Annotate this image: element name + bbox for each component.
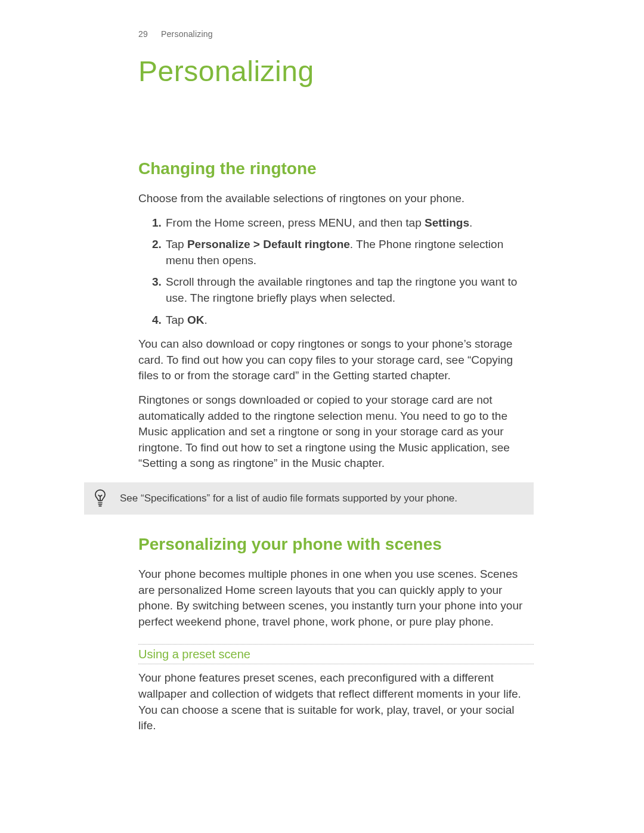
page-number: 29 bbox=[138, 29, 148, 39]
running-header-section: Personalizing bbox=[161, 29, 213, 39]
subsection-preset-scene: Using a preset scene bbox=[138, 644, 534, 664]
step-2-text-pre: Tap bbox=[166, 238, 187, 250]
step-1-bold: Settings bbox=[425, 216, 469, 229]
step-4-text-post: . bbox=[204, 314, 207, 326]
subsection-body: Your phone features preset scenes, each … bbox=[138, 670, 534, 733]
section1-intro: Choose from the available selections of … bbox=[138, 191, 534, 207]
step-2-bold: Personalize > Default ringtone bbox=[187, 238, 350, 250]
section-title-ringtone: Changing the ringtone bbox=[138, 157, 534, 180]
step-2: Tap Personalize > Default ringtone. The … bbox=[165, 237, 534, 268]
section1-para2: You can also download or copy ringtones … bbox=[138, 336, 534, 384]
subsection-rule-top bbox=[138, 644, 534, 645]
subsection-rule-bottom bbox=[138, 664, 534, 664]
tip-callout: See “Specifications” for a list of audio… bbox=[84, 482, 534, 515]
section-title-scenes: Personalizing your phone with scenes bbox=[138, 532, 534, 556]
step-1: From the Home screen, press MENU, and th… bbox=[165, 215, 534, 231]
step-4-text-pre: Tap bbox=[166, 314, 187, 326]
section1-para3: Ringtones or songs downloaded or copied … bbox=[138, 392, 534, 472]
document-page: 29 Personalizing Personalizing Changing … bbox=[0, 0, 644, 833]
step-4: Tap OK. bbox=[165, 312, 534, 329]
chapter-title: Personalizing bbox=[138, 51, 534, 91]
ringtone-steps-list: From the Home screen, press MENU, and th… bbox=[138, 215, 534, 329]
lightbulb-icon bbox=[92, 488, 113, 509]
tip-text: See “Specifications” for a list of audio… bbox=[120, 491, 457, 506]
step-4-bold: OK bbox=[187, 314, 205, 326]
subsection-title: Using a preset scene bbox=[138, 646, 534, 662]
running-header: 29 Personalizing bbox=[138, 29, 534, 41]
step-1-text-post: . bbox=[469, 216, 472, 229]
section2-intro: Your phone becomes multiple phones in on… bbox=[138, 566, 534, 630]
step-3: Scroll through the available ringtones a… bbox=[165, 274, 534, 306]
step-1-text-pre: From the Home screen, press MENU, and th… bbox=[166, 216, 425, 229]
step-3-text: Scroll through the available ringtones a… bbox=[166, 275, 517, 304]
